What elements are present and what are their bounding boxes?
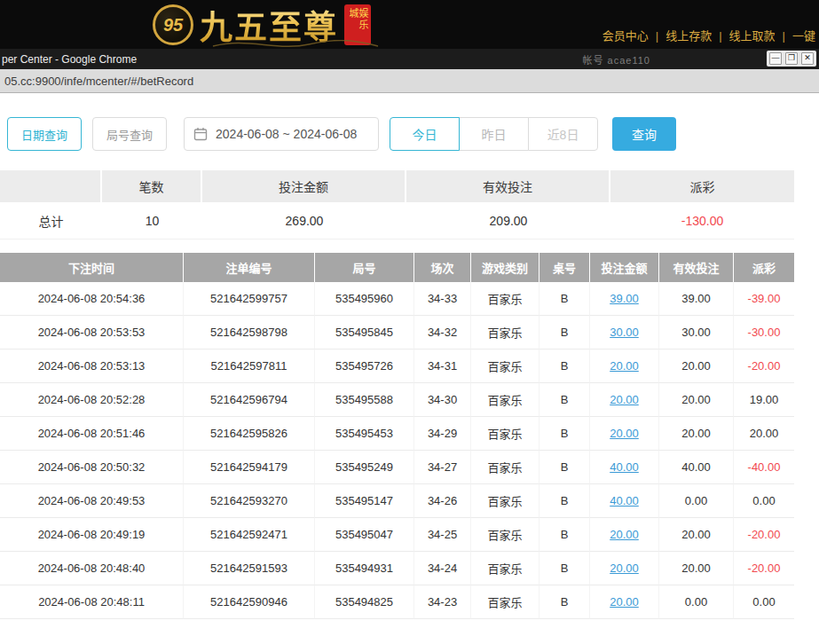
cell-session: 34-30 — [414, 383, 471, 417]
date-range-input[interactable]: 2024-06-08 ~ 2024-06-08 — [184, 117, 379, 151]
round-query-button[interactable]: 局号查询 — [92, 117, 167, 151]
cell-table_no: B — [539, 484, 590, 518]
cell-round: 535495147 — [315, 484, 414, 518]
cell-bet[interactable]: 20.00 — [590, 383, 659, 417]
cell-order: 521642595826 — [184, 417, 315, 451]
top-nav: 会员中心 线上存款 线上取款 一键 — [602, 27, 815, 43]
cell-payout: 0.00 — [734, 585, 794, 619]
cell-session: 34-26 — [414, 484, 471, 518]
column-header: 桌号 — [539, 253, 590, 282]
cell-order: 521642590946 — [184, 585, 315, 619]
cell-valid: 0.00 — [659, 585, 734, 619]
summary-column-header: 笔数 — [102, 170, 202, 202]
cell-bet[interactable]: 20.00 — [590, 349, 659, 383]
summary-payout: -130.00 — [610, 202, 794, 240]
filter-bar: 日期查询 局号查询 2024-06-08 ~ 2024-06-08 今日 昨日 … — [7, 117, 819, 151]
summary-column-header: 有效投注 — [406, 170, 610, 202]
cell-payout: -40.00 — [734, 451, 794, 484]
cell-time: 2024-06-08 20:51:46 — [0, 417, 184, 451]
cell-valid: 0.00 — [659, 484, 734, 518]
cell-payout: -30.00 — [734, 316, 794, 349]
nav-member-center[interactable]: 会员中心 — [602, 27, 665, 43]
cell-session: 34-25 — [414, 518, 471, 552]
cell-session: 34-27 — [414, 451, 471, 484]
cell-time: 2024-06-08 20:54:36 — [0, 282, 184, 316]
cell-round: 535495845 — [315, 316, 414, 349]
cell-payout: -39.00 — [734, 282, 794, 316]
cell-bet[interactable]: 30.00 — [590, 316, 659, 349]
column-header: 局号 — [315, 253, 414, 282]
cell-bet[interactable]: 40.00 — [590, 484, 659, 518]
cell-valid: 20.00 — [659, 383, 734, 417]
site-header: 95 九五至尊 娱乐城 会员中心 线上存款 线上取款 一键 — [0, 0, 819, 49]
nav-deposit[interactable]: 线上存款 — [665, 27, 728, 43]
cell-round: 535495588 — [315, 383, 414, 417]
date-query-button[interactable]: 日期查询 — [7, 117, 82, 151]
date-range-value: 2024-06-08 ~ 2024-06-08 — [216, 127, 357, 141]
cell-payout: 19.00 — [734, 383, 794, 417]
cell-table_no: B — [539, 518, 590, 552]
minimize-icon[interactable]: — — [769, 52, 782, 65]
column-header: 注单编号 — [184, 253, 315, 282]
cell-bet[interactable]: 20.00 — [590, 417, 659, 451]
nav-withdraw[interactable]: 线上取款 — [729, 27, 792, 43]
cell-order: 521642593270 — [184, 484, 315, 518]
browser-titlebar: per Center - Google Chrome 帐号 acae110 — … — [0, 49, 819, 69]
cell-valid: 20.00 — [659, 518, 734, 552]
summary-column-header — [0, 170, 102, 202]
cell-table_no: B — [539, 451, 590, 484]
cell-bet[interactable]: 40.00 — [590, 451, 659, 484]
cell-order: 521642599757 — [184, 282, 315, 316]
cell-game: 百家乐 — [471, 349, 539, 383]
cell-bet[interactable]: 20.00 — [590, 552, 659, 585]
quick-range-group: 今日 昨日 近8日 — [390, 117, 598, 151]
cell-game: 百家乐 — [471, 484, 539, 518]
yesterday-button[interactable]: 昨日 — [459, 117, 529, 151]
cell-table_no: B — [539, 383, 590, 417]
cell-game: 百家乐 — [471, 316, 539, 349]
cell-bet[interactable]: 20.00 — [590, 518, 659, 552]
cell-payout: 0.00 — [734, 484, 794, 518]
window-title: per Center - Google Chrome — [2, 53, 137, 66]
cell-session: 34-33 — [414, 282, 471, 316]
cell-payout: 20.00 — [734, 417, 794, 451]
cell-time: 2024-06-08 20:50:32 — [0, 451, 184, 484]
cell-round: 535494931 — [315, 552, 414, 585]
calendar-icon — [193, 127, 208, 141]
search-button[interactable]: 查询 — [612, 117, 676, 151]
cell-table_no: B — [539, 417, 590, 451]
decorative-flourish-icon — [211, 40, 380, 49]
column-header: 投注金额 — [590, 253, 659, 282]
url-text: 05.cc:9900/infe/mcenter/#/betRecord — [4, 75, 193, 88]
cell-order: 521642598798 — [184, 316, 315, 349]
cell-bet[interactable]: 20.00 — [590, 585, 659, 619]
cell-time: 2024-06-08 20:52:28 — [0, 383, 184, 417]
today-button[interactable]: 今日 — [390, 117, 460, 151]
cell-valid: 30.00 — [659, 316, 734, 349]
coin-95-icon: 95 — [153, 4, 193, 45]
cell-order: 521642596794 — [184, 383, 315, 417]
cell-game: 百家乐 — [471, 585, 539, 619]
cell-session: 34-29 — [414, 417, 471, 451]
cell-bet[interactable]: 39.00 — [590, 282, 659, 316]
summary-total-label: 总计 — [0, 202, 102, 240]
last8days-button[interactable]: 近8日 — [528, 117, 598, 151]
cell-table_no: B — [539, 552, 590, 585]
cell-time: 2024-06-08 20:48:11 — [0, 585, 184, 619]
restore-icon[interactable]: ❐ — [785, 52, 798, 65]
column-header: 场次 — [414, 253, 471, 282]
cell-order: 521642592471 — [184, 518, 315, 552]
cell-payout: -20.00 — [734, 349, 794, 383]
summary-header: 笔数投注金额有效投注派彩 — [0, 170, 794, 202]
cell-game: 百家乐 — [471, 383, 539, 417]
cell-round: 535495960 — [315, 282, 414, 316]
close-icon[interactable]: ✕ — [801, 52, 814, 65]
address-bar[interactable]: 05.cc:9900/infe/mcenter/#/betRecord — [0, 69, 819, 93]
bet-table-header: 下注时间注单编号局号场次游戏类别桌号投注金额有效投注派彩 — [0, 253, 794, 282]
summary-valid-bet: 209.00 — [406, 202, 610, 240]
nav-one-key[interactable]: 一键 — [792, 27, 815, 43]
cell-table_no: B — [539, 349, 590, 383]
summary-row: 总计 10 269.00 209.00 -130.00 — [0, 202, 794, 240]
cell-valid: 20.00 — [659, 552, 734, 585]
cell-order: 521642597811 — [184, 349, 315, 383]
